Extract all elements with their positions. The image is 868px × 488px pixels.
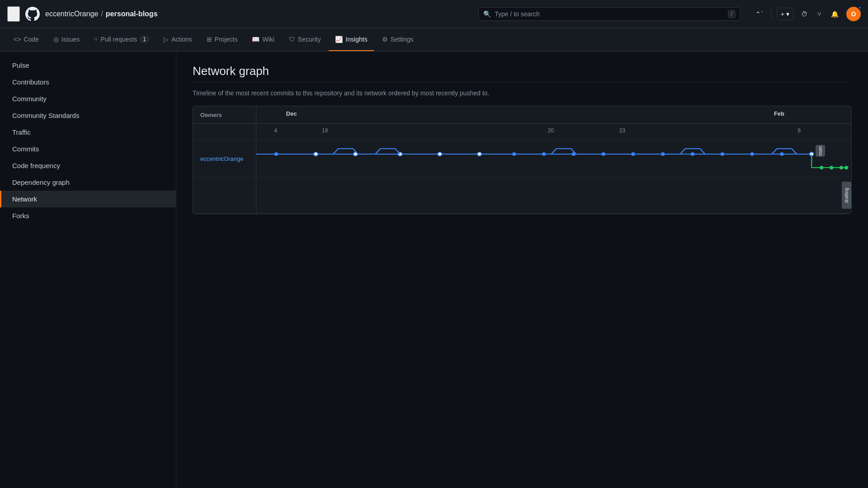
sidebar-item-label: Pulse xyxy=(12,61,29,69)
svg-point-13 xyxy=(691,152,695,156)
settings-label: Settings xyxy=(391,36,414,43)
pull-request-icon-button[interactable]: ⑂ xyxy=(815,8,823,20)
hamburger-button[interactable]: ☰ xyxy=(7,6,20,22)
date-20: 20 xyxy=(548,127,554,134)
issues-icon: ◎ xyxy=(53,36,59,43)
svg-point-20 xyxy=(820,166,824,169)
username[interactable]: eccentricOrange xyxy=(45,10,98,18)
code-label: Code xyxy=(24,36,38,43)
sidebar: Pulse Contributors Community Community S… xyxy=(0,52,176,488)
sidebar-item-traffic[interactable]: Traffic xyxy=(0,124,176,141)
wiki-icon: 📖 xyxy=(252,36,259,43)
svg-point-12 xyxy=(661,152,665,156)
breadcrumb-separator: / xyxy=(101,10,103,18)
issues-label: Issues xyxy=(61,36,80,43)
search-kbd: / xyxy=(728,10,736,18)
svg-point-23 xyxy=(844,166,849,169)
avatar[interactable]: O xyxy=(846,7,861,21)
branch-svg-main xyxy=(256,141,851,177)
content-area: Network graph Timeline of the most recen… xyxy=(176,52,868,488)
timer-button[interactable]: ⏱ xyxy=(799,8,810,20)
insights-icon: 📈 xyxy=(335,36,343,43)
projects-label: Projects xyxy=(215,36,238,43)
sidebar-item-community[interactable]: Community xyxy=(0,90,176,107)
nav-settings[interactable]: ⚙ Settings xyxy=(376,28,420,51)
search-icon: 🔍 xyxy=(483,10,491,18)
nav-wiki[interactable]: 📖 Wiki xyxy=(245,28,280,51)
sidebar-item-label: Community xyxy=(12,95,47,103)
avatar-notification-dot xyxy=(858,6,862,9)
sidebar-item-contributors[interactable]: Contributors xyxy=(0,74,176,90)
bell-icon: 🔔 xyxy=(831,10,839,18)
actions-label: Actions xyxy=(171,36,192,43)
terminal-button[interactable]: ⌃` xyxy=(753,8,765,20)
github-logo xyxy=(25,7,40,21)
sidebar-item-label: Dependency graph xyxy=(12,178,70,186)
sidebar-item-forks[interactable]: Forks xyxy=(0,207,176,224)
drafting-branch-label: drafting xyxy=(842,182,851,209)
sidebar-item-network[interactable]: Network xyxy=(0,191,176,207)
nav-security[interactable]: 🛡 Security xyxy=(283,28,327,51)
graph-dates: 4 19 20 23 8 xyxy=(256,124,851,140)
graph-row-eccentricOrange: eccentricOrange xyxy=(193,141,851,177)
nav-projects[interactable]: ⊞ Projects xyxy=(200,28,244,51)
page-divider xyxy=(193,82,852,82)
nav-issues[interactable]: ◎ Issues xyxy=(47,28,86,51)
date-19: 19 xyxy=(322,127,328,134)
svg-point-10 xyxy=(601,152,605,156)
sidebar-item-label: Code frequency xyxy=(12,162,60,169)
nav-icons: ⌃` + ▾ ⏱ ⑂ 🔔 O xyxy=(753,7,861,21)
month-dec: Dec xyxy=(286,110,297,117)
reponame[interactable]: personal-blogs xyxy=(106,10,158,18)
svg-point-14 xyxy=(720,152,724,156)
pr-icon: ⑂ xyxy=(817,10,821,18)
month-feb: Feb xyxy=(774,110,784,117)
sidebar-item-dependency-graph[interactable]: Dependency graph xyxy=(0,174,176,191)
page-description: Timeline of the most recent commits to t… xyxy=(193,89,852,97)
main-branch-label: main xyxy=(816,145,825,157)
owner-empty-dates xyxy=(193,124,256,140)
sidebar-item-code-frequency[interactable]: Code frequency xyxy=(0,157,176,174)
new-button[interactable]: + ▾ xyxy=(777,8,793,20)
main-layout: Pulse Contributors Community Community S… xyxy=(0,52,868,488)
nav-code[interactable]: <> Code xyxy=(7,28,45,51)
sidebar-item-label: Network xyxy=(12,195,37,203)
wiki-label: Wiki xyxy=(262,36,274,43)
terminal-icon: ⌃` xyxy=(755,10,763,18)
graph-months: Dec Feb xyxy=(256,106,851,123)
pr-label: Pull requests xyxy=(100,36,137,43)
graph-track-drafting: drafting xyxy=(256,177,851,213)
svg-point-2 xyxy=(314,152,318,156)
top-nav: ☰ eccentricOrange / personal-blogs 🔍 Typ… xyxy=(0,0,868,28)
repo-nav: <> Code ◎ Issues ⑂ Pull requests 1 ▷ Act… xyxy=(0,28,868,52)
graph-header: Owners Dec Feb xyxy=(193,106,851,124)
nav-pull-requests[interactable]: ⑂ Pull requests 1 xyxy=(88,28,156,51)
svg-point-21 xyxy=(830,166,834,169)
graph-row-drafting: drafting xyxy=(193,177,851,214)
insights-label: Insights xyxy=(345,36,367,43)
network-graph-container: Owners Dec Feb 4 19 20 23 8 eccen xyxy=(193,106,852,214)
graph-dates-row: 4 19 20 23 8 xyxy=(193,124,851,141)
date-23: 23 xyxy=(619,127,625,134)
svg-point-6 xyxy=(477,152,481,156)
sidebar-item-pulse[interactable]: Pulse xyxy=(0,57,176,74)
nav-insights[interactable]: 📈 Insights xyxy=(329,28,373,51)
owner-label-empty xyxy=(193,177,256,213)
search-bar[interactable]: 🔍 Type / to search / xyxy=(478,7,741,21)
sidebar-item-commits[interactable]: Commits xyxy=(0,141,176,157)
owner-label-eccentricOrange[interactable]: eccentricOrange xyxy=(193,141,256,177)
date-8: 8 xyxy=(798,127,801,134)
breadcrumb: eccentricOrange / personal-blogs xyxy=(45,10,158,18)
sidebar-item-label: Commits xyxy=(12,145,39,153)
projects-icon: ⊞ xyxy=(207,36,212,43)
nav-actions[interactable]: ▷ Actions xyxy=(157,28,198,51)
page-title: Network graph xyxy=(193,64,852,78)
timer-icon: ⏱ xyxy=(801,10,807,18)
sidebar-item-label: Contributors xyxy=(12,78,49,86)
notifications-button[interactable]: 🔔 xyxy=(829,8,841,20)
owners-col-header: Owners xyxy=(193,107,256,123)
search-placeholder: Type / to search xyxy=(495,10,724,18)
sidebar-item-community-standards[interactable]: Community Standards xyxy=(0,107,176,124)
svg-point-5 xyxy=(438,152,442,156)
pr-badge: 1 xyxy=(140,36,149,43)
